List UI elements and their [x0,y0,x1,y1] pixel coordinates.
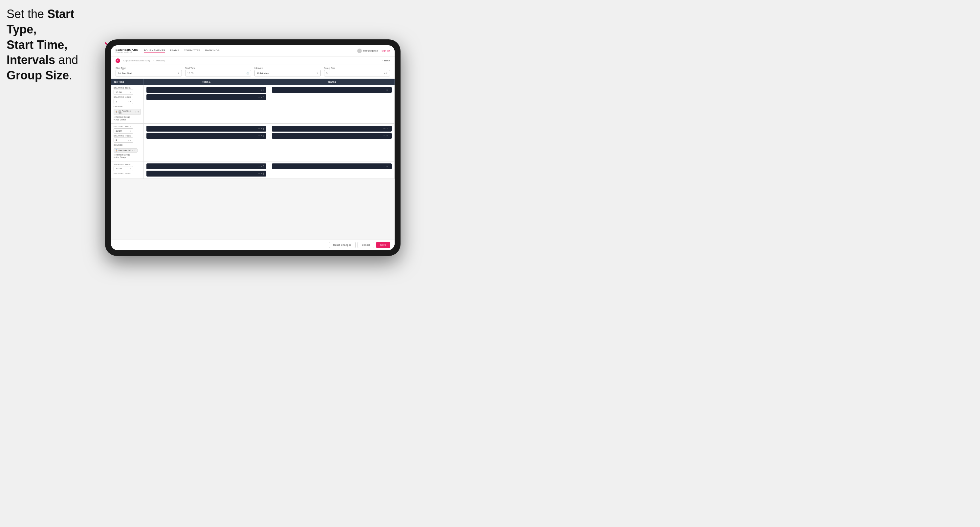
starting-hole-input-1[interactable]: 1 ▲▼ [114,99,133,104]
starting-time-label-3: STARTING TIME: [114,163,141,165]
player-dots-4-2: ··· [383,135,385,137]
starting-time-input-2[interactable]: 10:10 ⊕ [114,128,133,133]
team2-col-2: ··· × ⋮ ··· × ⋮ [269,124,395,161]
col-team1: Team 1 [144,79,269,85]
player-options-6-1: ⋮ [388,165,390,168]
instruction-prefix: Set the [6,7,47,21]
instruction-period: . [69,68,72,82]
player-dots-1-2: ··· [258,96,260,98]
starting-time-input-3[interactable]: 10:20 ⊕ [114,166,133,171]
nav-tab-tournaments[interactable]: TOURNAMENTS [144,48,165,53]
starting-time-value-3: 10:20 [116,167,122,170]
bottom-bar: Reset Changes Cancel Save [111,240,395,250]
start-time-label: Start Time [185,67,251,69]
course-tag-1: 🏌 (A) Peachtree GC × ▼ [114,109,141,115]
group-size-chevron: ▲▼ [384,72,388,74]
player-row-1-2: ··· × ⋮ [146,94,266,100]
start-type-value: 1st Tee Start [118,72,132,75]
save-button[interactable]: Save [376,242,390,248]
player-row-3-2: ··· × ⋮ [146,133,266,139]
table-header: Tee Time Team 1 Team 2 [111,79,395,85]
player-dots-5-2: ··· [258,172,260,175]
group-size-label: Group Size [324,67,390,69]
time-spin-2: ⊕ [130,130,131,132]
tee-left-3: STARTING TIME: 10:20 ⊕ STARTING HOLE: [111,162,144,178]
course-remove-2[interactable]: × [132,149,133,151]
instruction-and: and [55,53,78,67]
player-dots-2-1: ··· [383,89,385,91]
nav-tab-committee[interactable]: COMMITTEE [184,48,200,53]
sign-out-link[interactable]: Sign out [382,49,390,52]
nav-separator: | [380,49,380,52]
course-icon-2: 🏌 [115,149,118,152]
group-size-select[interactable]: 3 ▲▼ [324,70,390,76]
starting-time-label-2: STARTING TIME: [114,126,141,128]
breadcrumb-separator: › [153,59,154,62]
starting-hole-label-2: STARTING HOLE: [114,135,141,137]
team1-col-2: ··· × ⋮ ··· × ⋮ [144,124,269,161]
starting-time-input-1[interactable]: 10:00 ⊕ [114,90,133,95]
tablet-screen: SCOREBOARD Powered by clippd TOURNAMENTS… [111,45,395,250]
course-name-2: East Lake GC [119,149,130,151]
tee-group-3: STARTING TIME: 10:20 ⊕ STARTING HOLE: ··… [111,162,395,179]
nav-tab-rankings[interactable]: RANKINGS [205,48,220,53]
start-type-select[interactable]: 1st Tee Start ▼ [116,70,182,76]
start-type-chevron: ▼ [178,72,180,74]
cancel-button[interactable]: Cancel [358,242,374,248]
tablet-frame: SCOREBOARD Powered by clippd TOURNAMENTS… [105,40,401,256]
course-label-2: COURSE: [114,144,141,146]
remove-group-link-1[interactable]: Remove Group [114,116,141,118]
breadcrumb-main: Clippd Invitational (Me) [123,59,150,62]
player-options-4-1: ⋮ [388,127,390,130]
player-row-4-1: ··· × ⋮ [272,126,392,132]
team2-col-1: ··· × ⋮ [269,85,395,123]
starting-hole-label-3: STARTING HOLE: [114,173,141,175]
starting-time-value-1: 10:00 [116,91,122,94]
nav-user: blair@clippd.io | Sign out [357,49,390,53]
team1-col-1: ··· × ⋮ ··· × ⋮ [144,85,269,123]
tee-left-1: STARTING TIME: 10:00 ⊕ STARTING HOLE: 1 … [111,85,144,123]
course-label-1: COURSE: [114,105,141,107]
add-group-link-1[interactable]: Add Group [114,119,141,121]
course-chevron-1[interactable]: ▼ [137,111,139,113]
add-group-link-2[interactable]: Add Group [114,156,141,159]
player-dots-3-1: ··· [258,127,260,130]
player-row-5-1: ··· × ⋮ [146,163,266,169]
player-options-3-2: ⋮ [262,135,265,137]
col-team2: Team 2 [269,79,395,85]
player-row-1-1: ··· × ⋮ [146,87,266,93]
course-name-1: (A) Peachtree GC [119,110,134,114]
col-tee-time: Tee Time [111,79,144,85]
breadcrumb-sub: Hosting [156,59,165,62]
time-spin-3: ⊕ [130,168,131,170]
intervals-select[interactable]: 10 Minutes ▼ [255,70,321,76]
player-options-2-1: ⋮ [388,89,390,91]
starting-time-value-2: 10:10 [116,129,122,132]
course-remove-1[interactable]: × [135,111,137,113]
instruction-text: Set the Start Type, Start Time, Interval… [6,6,105,83]
player-options-4-2: ⋮ [388,135,390,137]
remove-group-link-2[interactable]: Remove Group [114,154,141,156]
tee-group-2: STARTING TIME: 10:10 ⊕ STARTING HOLE: 1 … [111,124,395,162]
intervals-label: Intervals [255,67,321,69]
user-email: blair@clippd.io [363,49,378,52]
reset-changes-button[interactable]: Reset Changes [329,242,356,248]
nav-tab-teams[interactable]: TEAMS [170,48,179,53]
start-time-select[interactable]: 10:00 🕐 [185,70,251,76]
back-button[interactable]: ‹ Back [382,59,390,62]
team2-col-3: ··· × ⋮ [269,162,395,178]
group-size-value: 3 [326,72,328,75]
player-options-1-1: ⋮ [262,89,265,91]
instruction-start-time: Start Time, [6,38,67,51]
group-size-group: Group Size 3 ▲▼ [324,67,390,76]
course-icon-1: 🏌 [115,111,118,113]
team1-col-3: ··· × ⋮ ··· × ⋮ [144,162,269,178]
starting-hole-label-1: STARTING HOLE: [114,96,141,98]
course-chevron-2[interactable]: ▼ [134,149,136,151]
player-row-4-2: ··· × ⋮ [272,133,392,139]
intervals-chevron: ▼ [317,72,318,74]
clippd-icon: C [116,59,120,63]
start-time-value: 10:00 [188,72,194,75]
starting-hole-input-2[interactable]: 1 ▲▼ [114,138,133,143]
player-dots-5-1: ··· [258,165,260,167]
